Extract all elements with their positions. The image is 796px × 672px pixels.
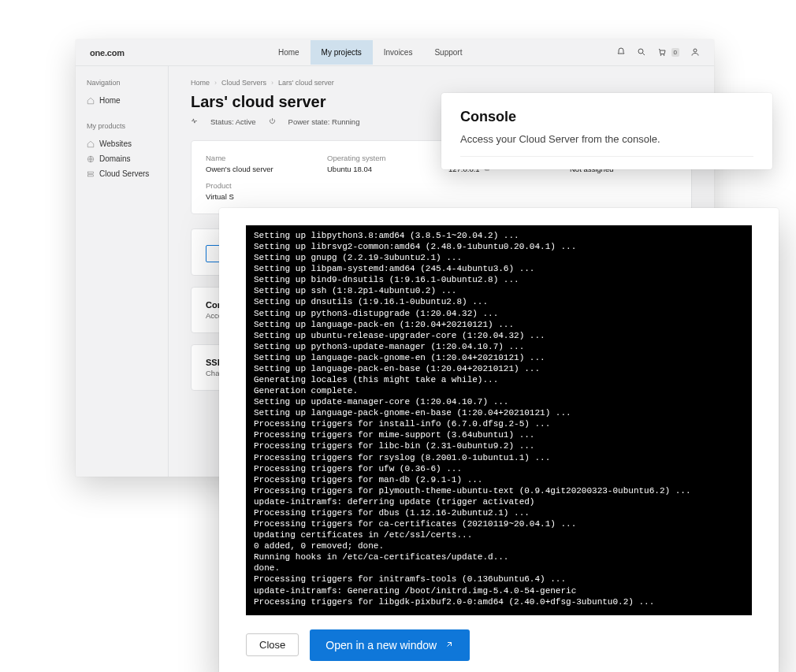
sidebar-item-label: Home: [99, 96, 121, 105]
terminal-line: Running hooks in /etc/ca-certificates/up…: [254, 551, 744, 562]
terminal-line: Processing triggers for man-db (2.9.1-1)…: [254, 474, 744, 485]
popover-title: Console: [460, 109, 753, 125]
bell-icon[interactable]: [616, 47, 626, 58]
nav-home[interactable]: Home: [267, 40, 311, 65]
cart-count: 0: [671, 48, 679, 57]
terminal-line: Setting up gnupg (2.2.19-3ubuntu2.1) ...: [254, 252, 744, 263]
terminal-line: Setting up language-pack-gnome-en (1:20.…: [254, 352, 744, 363]
crumb-home[interactable]: Home: [191, 79, 210, 87]
sidebar-item-cloud-servers[interactable]: Cloud Servers: [87, 166, 157, 181]
terminal-line: Updating certificates in /etc/ssl/certs.…: [254, 529, 744, 540]
svg-point-1: [660, 54, 661, 55]
name-value: Owen's cloud server: [206, 165, 313, 173]
crumb-cloud-servers[interactable]: Cloud Servers: [221, 79, 266, 87]
terminal-line: update-initramfs: deferring update (trig…: [254, 496, 744, 507]
terminal-line: Setting up libpam-systemd:amd64 (245.4-4…: [254, 263, 744, 274]
terminal-line: Generation complete.: [254, 385, 744, 396]
console-modal: Setting up libpython3.8:amd64 (3.8.5-1~2…: [219, 208, 779, 672]
svg-rect-6: [88, 174, 94, 176]
divider: [460, 156, 753, 157]
search-icon[interactable]: [637, 47, 646, 58]
os-label: Operating system: [327, 154, 434, 162]
nav-support[interactable]: Support: [423, 40, 473, 65]
close-button[interactable]: Close: [246, 633, 299, 656]
os-value: Ubuntu 18.04: [327, 165, 434, 173]
brand-logo[interactable]: one.com: [90, 48, 125, 58]
open-new-window-button[interactable]: Open in a new window: [310, 629, 470, 661]
terminal-line: Setting up language-pack-gnome-en-base (…: [254, 407, 744, 418]
svg-point-0: [638, 49, 643, 54]
svg-point-2: [664, 54, 664, 55]
terminal-line: Processing triggers for ufw (0.36-6) ...: [254, 463, 744, 474]
top-nav: Home My projects Invoices Support: [267, 40, 474, 65]
sidebar: Navigation Home My products Websites Dom…: [76, 66, 169, 477]
open-new-window-label: Open in a new window: [325, 639, 437, 652]
power-label: Power state:: [288, 117, 330, 126]
terminal-line: Setting up update-manager-core (1:20.04.…: [254, 396, 744, 407]
terminal-line: Setting up language-pack-en (1:20.04+202…: [254, 319, 744, 330]
sidebar-item-domains[interactable]: Domains: [87, 151, 157, 166]
status-value: Active: [236, 117, 256, 126]
terminal-line: Processing triggers for libc-bin (2.31-0…: [254, 440, 744, 451]
crumb-current: Lars' cloud server: [278, 79, 334, 87]
terminal-line: Setting up language-pack-en-base (1:20.0…: [254, 363, 744, 374]
popover-body: Access your Cloud Server from the consol…: [460, 133, 753, 145]
activity-icon: [191, 117, 198, 126]
console-popover: Console Access your Cloud Server from th…: [441, 93, 772, 169]
sidebar-section-navigation: Navigation: [87, 79, 157, 87]
external-link-icon: [444, 639, 454, 652]
svg-rect-5: [88, 172, 94, 173]
power-icon: [269, 117, 276, 126]
terminal-line: Processing triggers for dbus (1.12.16-2u…: [254, 507, 744, 518]
terminal-line: Setting up bind9-dnsutils (1:9.16.1-0ubu…: [254, 274, 744, 285]
terminal-line: Setting up libpython3.8:amd64 (3.8.5-1~2…: [254, 230, 744, 241]
nav-my-projects[interactable]: My projects: [311, 40, 373, 65]
terminal-output: Setting up libpython3.8:amd64 (3.8.5-1~2…: [246, 225, 752, 615]
header-bar: one.com Home My projects Invoices Suppor…: [76, 39, 714, 66]
breadcrumb: Home› Cloud Servers› Lars' cloud server: [191, 79, 692, 87]
cart-icon[interactable]: [657, 47, 667, 58]
terminal-line: Generating locales (this might take a wh…: [254, 374, 744, 385]
sidebar-item-label: Cloud Servers: [99, 169, 149, 178]
terminal-line: Setting up dnsutils (1:9.16.1-0ubuntu2.8…: [254, 296, 744, 307]
user-icon[interactable]: [690, 47, 700, 58]
name-label: Name: [206, 154, 313, 162]
svg-point-3: [694, 49, 697, 52]
terminal-line: update-initramfs: Generating /boot/initr…: [254, 585, 744, 596]
product-value: Virtual S: [206, 192, 313, 201]
terminal-line: Processing triggers for mime-support (3.…: [254, 429, 744, 440]
terminal-line: Processing triggers for install-info (6.…: [254, 418, 744, 429]
terminal-line: 0 added, 0 removed; done.: [254, 540, 744, 551]
terminal-line: Processing triggers for plymouth-theme-u…: [254, 485, 744, 496]
sidebar-item-label: Websites: [99, 139, 132, 148]
status-label: Status:: [210, 117, 234, 126]
terminal-line: Processing triggers for initramfs-tools …: [254, 574, 744, 585]
sidebar-item-home[interactable]: Home: [87, 93, 157, 108]
terminal-line: Setting up librsvg2-common:amd64 (2.48.9…: [254, 241, 744, 252]
terminal-line: Setting up ubuntu-release-upgrader-core …: [254, 330, 744, 341]
sidebar-item-label: Domains: [99, 154, 130, 163]
product-label: Product: [206, 181, 313, 190]
terminal-line: Setting up ssh (1:8.2p1-4ubuntu0.2) ...: [254, 285, 744, 296]
terminal-line: Processing triggers for ca-certificates …: [254, 518, 744, 529]
terminal-line: done.: [254, 562, 744, 574]
terminal-line: Processing triggers for libgdk-pixbuf2.0…: [254, 596, 744, 607]
power-value: Running: [332, 117, 359, 126]
nav-invoices[interactable]: Invoices: [373, 40, 424, 65]
terminal-line: Setting up python3-update-manager (1:20.…: [254, 341, 744, 352]
sidebar-section-products: My products: [87, 122, 157, 130]
terminal-line: Processing triggers for rsyslog (8.2001.…: [254, 452, 744, 463]
terminal-line: Setting up python3-distupgrade (1:20.04.…: [254, 308, 744, 319]
sidebar-item-websites[interactable]: Websites: [87, 136, 157, 151]
